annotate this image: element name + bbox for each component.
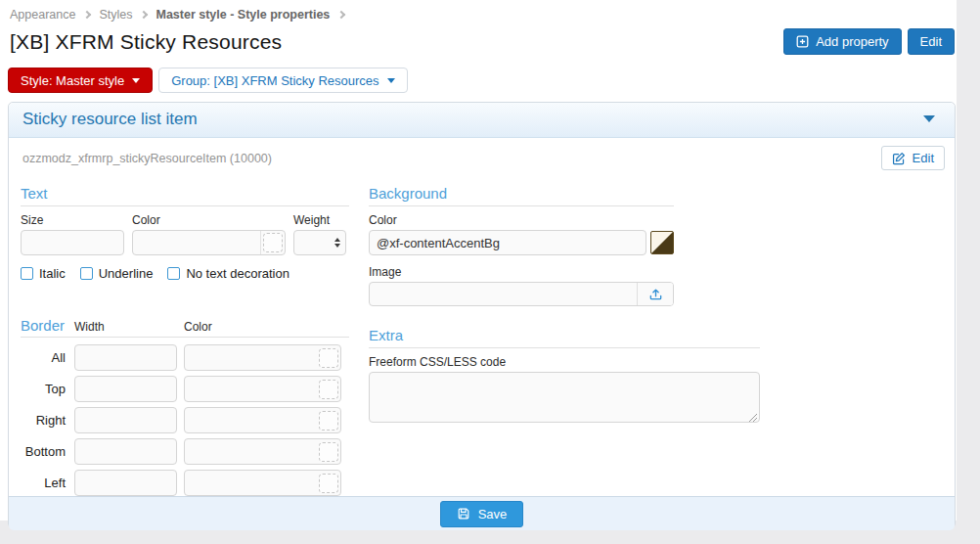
field-divider bbox=[260, 231, 261, 254]
border-left-width-input[interactable] bbox=[74, 470, 177, 496]
border-section: Border Width Color All Top bbox=[21, 317, 349, 496]
save-button[interactable]: Save bbox=[440, 501, 524, 527]
style-property-panel: Sticky resource list item ozzmodz_xfrmrp… bbox=[8, 102, 956, 528]
filter-row: Style: Master style Group: [XB] XFRM Sti… bbox=[0, 55, 957, 93]
no-text-decoration-checkbox[interactable]: No text decoration bbox=[167, 266, 290, 281]
border-all-label: All bbox=[21, 350, 67, 365]
panel-footer: Save bbox=[9, 496, 955, 530]
text-section: Text Size Color Weight bbox=[21, 185, 349, 281]
border-right-label: Right bbox=[21, 413, 67, 428]
border-top-color-field bbox=[184, 376, 341, 402]
text-color-field bbox=[132, 230, 286, 255]
add-property-label: Add property bbox=[816, 34, 888, 49]
edit-button[interactable]: Edit bbox=[908, 28, 955, 55]
underline-checkbox[interactable]: Underline bbox=[80, 266, 154, 281]
plus-square-icon bbox=[796, 35, 809, 48]
floppy-disk-icon bbox=[457, 507, 470, 521]
save-label: Save bbox=[478, 507, 508, 521]
weight-label: Weight bbox=[293, 213, 346, 227]
chevron-right-icon bbox=[83, 11, 91, 19]
panel-header[interactable]: Sticky resource list item bbox=[9, 103, 955, 138]
border-right-color-field bbox=[184, 407, 341, 433]
background-color-label: Color bbox=[369, 213, 674, 227]
color-picker-swatch[interactable] bbox=[319, 380, 338, 399]
color-picker-swatch[interactable] bbox=[263, 233, 283, 252]
panel-title: Sticky resource list item bbox=[22, 110, 198, 128]
property-edit-label: Edit bbox=[913, 151, 934, 165]
underline-label: Underline bbox=[99, 266, 154, 281]
color-picker-swatch[interactable] bbox=[319, 474, 338, 493]
border-right-width-input[interactable] bbox=[74, 407, 177, 433]
breadcrumb-item-style-properties[interactable]: Master style - Style properties bbox=[156, 8, 330, 22]
border-top-label: Top bbox=[21, 382, 67, 396]
section-divider bbox=[369, 347, 760, 348]
text-color-input[interactable] bbox=[133, 231, 260, 254]
border-bottom-color-field bbox=[184, 438, 341, 465]
panel-subheader: ozzmodz_xfrmrp_stickyResourceItem (10000… bbox=[9, 138, 955, 177]
checkbox-icon bbox=[167, 267, 180, 280]
group-menu-button[interactable]: Group: [XB] XFRM Sticky Resources bbox=[158, 68, 407, 93]
background-image-label: Image bbox=[369, 265, 674, 279]
caret-down-icon bbox=[132, 78, 140, 83]
border-all-width-input[interactable] bbox=[74, 344, 177, 371]
checkbox-icon bbox=[80, 267, 93, 280]
color-picker-swatch[interactable] bbox=[319, 411, 338, 431]
color-preview-swatch[interactable] bbox=[650, 231, 674, 254]
select-spinner-icon bbox=[334, 238, 340, 248]
border-bottom-color-input[interactable] bbox=[185, 439, 317, 464]
extra-section-title: Extra bbox=[369, 327, 760, 343]
text-section-title: Text bbox=[21, 185, 349, 202]
style-menu-button[interactable]: Style: Master style bbox=[8, 68, 153, 93]
background-image-field bbox=[369, 282, 674, 306]
background-section-title: Background bbox=[369, 185, 674, 202]
section-divider bbox=[21, 337, 349, 338]
border-left-label: Left bbox=[21, 476, 67, 490]
freeform-css-textarea[interactable] bbox=[369, 372, 760, 423]
border-left-color-field bbox=[184, 470, 341, 496]
header-actions: Add property Edit bbox=[783, 28, 955, 55]
page-title: [XB] XFRM Sticky Resources bbox=[10, 30, 282, 54]
background-image-input[interactable] bbox=[370, 283, 637, 305]
upload-button[interactable] bbox=[637, 283, 673, 305]
text-weight-select[interactable] bbox=[293, 230, 346, 255]
color-picker-swatch[interactable] bbox=[319, 348, 338, 368]
breadcrumb-item-appearance[interactable]: Appearance bbox=[10, 8, 75, 22]
border-color-label: Color bbox=[184, 320, 341, 334]
border-all-color-field bbox=[184, 344, 341, 371]
collapse-caret-icon[interactable] bbox=[923, 115, 935, 122]
border-width-label: Width bbox=[74, 320, 177, 334]
text-style-checkboxes: Italic Underline No text decoration bbox=[21, 266, 349, 281]
style-menu-label: Style: Master style bbox=[21, 73, 124, 88]
add-property-button[interactable]: Add property bbox=[783, 28, 901, 55]
border-right-color-input[interactable] bbox=[185, 408, 317, 432]
breadcrumb-item-styles[interactable]: Styles bbox=[99, 8, 132, 22]
page-header: [XB] XFRM Sticky Resources Add property … bbox=[0, 22, 957, 55]
section-divider bbox=[21, 205, 349, 206]
background-color-input[interactable] bbox=[370, 231, 646, 254]
chevron-right-icon bbox=[337, 11, 345, 19]
border-bottom-width-input[interactable] bbox=[74, 438, 177, 465]
chevron-right-icon bbox=[140, 11, 148, 19]
border-top-color-input[interactable] bbox=[185, 377, 317, 401]
admin-content-area: Appearance Styles Master style - Style p… bbox=[0, 0, 957, 521]
property-identifier: ozzmodz_xfrmrp_stickyResourceItem (10000… bbox=[22, 152, 272, 165]
property-edit-button[interactable]: Edit bbox=[881, 146, 945, 170]
upload-icon bbox=[648, 287, 663, 301]
pencil-square-icon bbox=[892, 152, 906, 165]
background-section: Background Color Image bbox=[369, 185, 674, 306]
size-label: Size bbox=[21, 213, 124, 227]
breadcrumb: Appearance Styles Master style - Style p… bbox=[0, 0, 957, 22]
italic-label: Italic bbox=[39, 266, 66, 281]
italic-checkbox[interactable]: Italic bbox=[21, 266, 66, 281]
border-all-color-input[interactable] bbox=[185, 345, 317, 370]
section-divider bbox=[369, 205, 674, 206]
edit-label: Edit bbox=[920, 34, 942, 49]
background-color-field bbox=[369, 230, 646, 255]
border-left-color-input[interactable] bbox=[185, 471, 317, 495]
border-top-width-input[interactable] bbox=[74, 376, 177, 402]
border-section-title: Border bbox=[21, 317, 67, 334]
color-picker-swatch[interactable] bbox=[319, 442, 338, 462]
border-bottom-label: Bottom bbox=[21, 444, 67, 459]
text-size-input[interactable] bbox=[21, 230, 124, 255]
checkbox-icon bbox=[21, 267, 33, 280]
